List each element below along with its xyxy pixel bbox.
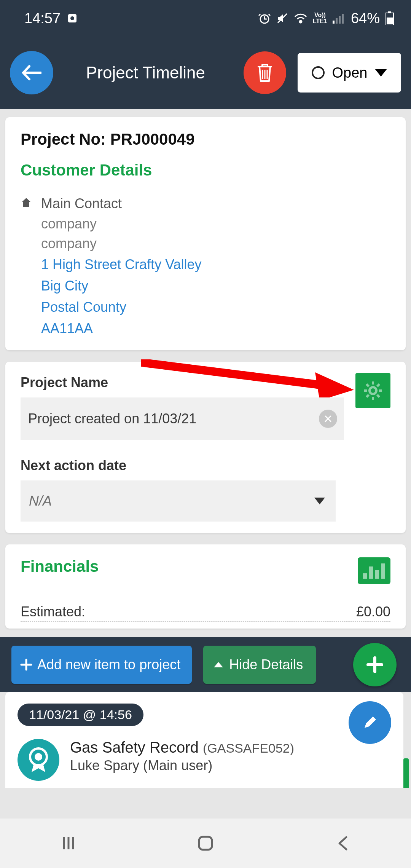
hide-details-button[interactable]: Hide Details — [203, 646, 316, 684]
project-name-label: Project Name — [21, 375, 390, 391]
customer-details-title: Customer Details — [21, 161, 390, 179]
clear-input-button[interactable] — [319, 410, 337, 428]
bar-chart-icon — [363, 573, 367, 579]
record-user: Luke Spary (Main user) — [70, 758, 294, 774]
home-button[interactable] — [190, 832, 221, 855]
contact-label: Main Contact — [41, 195, 202, 213]
radio-open-icon — [312, 66, 325, 79]
status-label: Open — [332, 65, 368, 81]
svg-rect-7 — [339, 16, 341, 24]
svg-point-4 — [299, 21, 302, 23]
edit-item-button[interactable] — [349, 701, 391, 744]
android-nav-bar — [0, 819, 411, 868]
gear-icon — [363, 380, 383, 401]
company-line-2: company — [41, 235, 202, 253]
timeline-datetime: 11/03/21 @ 14:56 — [18, 704, 143, 726]
notification-dot-icon — [67, 13, 77, 23]
financials-title: Financials — [21, 557, 99, 576]
page-title: Project Timeline — [86, 63, 205, 82]
home-icon — [21, 197, 32, 208]
estimated-label: Estimated: — [21, 604, 85, 620]
svg-rect-5 — [333, 21, 335, 24]
add-item-label: Add new item to project — [37, 657, 180, 673]
next-action-value: N/A — [29, 493, 52, 509]
caret-down-icon — [375, 69, 387, 77]
caret-up-icon — [214, 662, 223, 667]
volte-icon: Vo)) LTE1 — [313, 12, 327, 24]
svg-line-21 — [377, 384, 379, 386]
add-item-button[interactable]: Add new item to project — [11, 646, 192, 684]
wifi-icon — [294, 13, 307, 24]
svg-point-24 — [35, 753, 42, 761]
project-settings-card: Project Name Project created on 11/03/21… — [5, 362, 406, 533]
svg-line-20 — [377, 395, 379, 397]
nav-back-button[interactable] — [327, 832, 358, 855]
next-action-label: Next action date — [21, 458, 390, 474]
svg-rect-29 — [199, 837, 212, 850]
trash-icon — [256, 63, 274, 83]
financials-chart-button[interactable] — [358, 557, 390, 584]
floating-add-button[interactable] — [353, 643, 397, 686]
hide-details-label: Hide Details — [229, 657, 303, 673]
scroll-thumb[interactable] — [403, 758, 409, 788]
svg-rect-11 — [387, 18, 393, 24]
estimated-value: £0.00 — [356, 604, 390, 620]
back-button[interactable] — [10, 51, 53, 94]
plus-icon — [20, 658, 33, 671]
status-bar: 14:57 Vo)) LTE1 64% — [0, 0, 411, 37]
project-settings-button[interactable] — [355, 373, 390, 408]
financials-card: Financials Estimated: £0.00 — [5, 544, 406, 629]
home-icon — [196, 834, 215, 853]
pencil-icon — [362, 714, 378, 731]
svg-line-22 — [366, 395, 369, 397]
record-title: Gas Safety Record (GASSAFE052) — [70, 739, 294, 756]
timeline-item-card: 11/03/21 @ 14:56 Gas Safety Record (GASS… — [5, 692, 403, 788]
close-icon — [324, 415, 332, 423]
mute-icon — [276, 12, 288, 24]
arrow-left-icon — [22, 65, 41, 81]
customer-details-card: Project No: PRJ000049 Customer Details M… — [5, 117, 406, 350]
svg-rect-6 — [336, 18, 338, 24]
address-line-2[interactable]: Big City — [41, 276, 202, 296]
alarm-icon — [258, 12, 271, 24]
svg-rect-8 — [342, 14, 344, 24]
project-status-select[interactable]: Open — [298, 53, 401, 93]
delete-button[interactable] — [244, 51, 286, 94]
signal-icon — [333, 13, 346, 24]
app-toolbar: Project Timeline Open — [0, 37, 411, 109]
address-line-3[interactable]: Postal County — [41, 297, 202, 317]
svg-point-14 — [370, 387, 376, 394]
address-line-1[interactable]: 1 High Street Crafty Valley — [41, 255, 202, 274]
svg-line-19 — [366, 384, 369, 386]
battery-icon — [385, 11, 394, 25]
chevron-left-icon — [336, 835, 349, 852]
company-line-1: company — [41, 215, 202, 233]
record-reference: (GASSAFE052) — [203, 741, 294, 755]
project-name-input[interactable]: Project created on 11/03/21 — [21, 397, 344, 440]
plus-icon — [364, 654, 386, 675]
project-number: Project No: PRJ000049 — [21, 130, 390, 151]
clock-time: 14:57 — [24, 10, 61, 27]
project-name-value: Project created on 11/03/21 — [28, 411, 196, 427]
svg-point-1 — [70, 16, 74, 20]
recents-icon — [60, 835, 77, 852]
next-action-select[interactable]: N/A — [21, 480, 336, 522]
action-bar: Add new item to project Hide Details — [0, 637, 411, 692]
certificate-badge-icon — [18, 739, 59, 781]
recents-button[interactable] — [53, 832, 84, 855]
battery-text: 64% — [351, 10, 380, 27]
chevron-down-icon — [314, 498, 325, 504]
address-line-4[interactable]: AA11AA — [41, 319, 202, 338]
content-scroll[interactable]: Project No: PRJ000049 Customer Details M… — [0, 109, 411, 788]
